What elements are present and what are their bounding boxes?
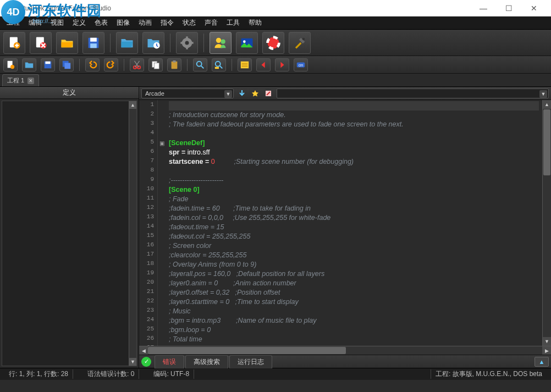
recent-folder-button[interactable] <box>142 32 164 54</box>
sidebar: 定义 ▲ ▼ <box>0 87 139 368</box>
horizontal-scrollbar[interactable]: ◀ ▶ <box>139 346 551 355</box>
svg-rect-26 <box>64 63 70 69</box>
open-folder-button[interactable] <box>116 32 138 54</box>
undo-button[interactable] <box>85 58 100 71</box>
image-button[interactable] <box>236 32 258 54</box>
close-button[interactable]: ✕ <box>521 0 547 16</box>
redo-button[interactable] <box>104 58 118 71</box>
menu-3[interactable]: 定义 <box>68 17 90 29</box>
open-file-button[interactable] <box>56 32 78 54</box>
menu-8[interactable]: 状态 <box>178 17 200 29</box>
mode-combo[interactable]: Arcade ▼ <box>141 89 234 98</box>
document-tab[interactable]: 工程 1 ✕ <box>2 74 39 86</box>
bottom-tab-search[interactable]: 高级搜索 <box>185 355 228 368</box>
svg-rect-5 <box>90 38 97 42</box>
document-tabs: 工程 1 ✕ <box>0 74 551 87</box>
tools-button[interactable] <box>289 32 311 54</box>
svg-point-14 <box>216 38 221 43</box>
scroll-thumb[interactable] <box>543 109 550 175</box>
mode-combo-value: Arcade <box>145 90 164 97</box>
titlebar: 4D 河东软件园 http://... VirtualTek Fighter F… <box>0 0 551 16</box>
scroll-down-icon[interactable]: ▼ <box>543 337 551 346</box>
sidebar-scrollbar[interactable]: ▲ ▼ <box>129 101 136 366</box>
new-file-button[interactable] <box>3 32 25 54</box>
next-button[interactable] <box>275 58 289 71</box>
find-button[interactable] <box>193 58 207 71</box>
vertical-scrollbar[interactable]: ▲ ▼ <box>542 100 551 346</box>
minimize-button[interactable]: — <box>471 0 496 16</box>
svg-point-35 <box>216 62 221 67</box>
panel-up-button[interactable]: ▲ <box>535 357 549 367</box>
scroll-right-icon[interactable]: ▶ <box>542 346 551 355</box>
svg-line-34 <box>201 66 204 69</box>
fold-column: ▣ <box>158 100 166 346</box>
edit-icon[interactable] <box>263 89 273 98</box>
svg-point-33 <box>197 62 202 67</box>
save-all-button[interactable] <box>59 58 74 71</box>
menu-4[interactable]: 色表 <box>90 17 112 29</box>
svg-point-9 <box>185 41 189 45</box>
menu-11[interactable]: 帮助 <box>244 17 266 29</box>
menu-2[interactable]: 视图 <box>46 17 68 29</box>
folder-small-button[interactable] <box>22 58 36 71</box>
scroll-up-icon[interactable]: ▲ <box>129 101 136 109</box>
editor-topbar: Arcade ▼ ▼ <box>139 87 551 100</box>
svg-rect-6 <box>90 43 97 48</box>
save-small-button[interactable] <box>41 58 55 71</box>
delete-file-button[interactable] <box>30 32 52 54</box>
chevron-down-icon: ▼ <box>224 90 232 98</box>
maximize-button[interactable]: ☐ <box>496 0 521 16</box>
paste-button[interactable] <box>167 58 181 71</box>
help-button[interactable] <box>262 32 284 54</box>
status-project: 工程: 故事版, M.U.G.E.N., DOS beta <box>431 369 547 379</box>
list-button[interactable] <box>238 58 252 71</box>
menu-10[interactable]: 工具 <box>222 17 244 29</box>
menu-7[interactable]: 指令 <box>156 17 178 29</box>
scroll-down-icon[interactable]: ▼ <box>129 358 136 366</box>
cm-button[interactable]: cm <box>294 58 308 71</box>
svg-rect-32 <box>173 60 175 63</box>
sidebar-header: 定义 <box>0 87 139 99</box>
line-gutter: 1234567891011121314151617181920212223242… <box>139 100 158 346</box>
editor-zone: Arcade ▼ ▼ 12345678910111213141516171819… <box>139 87 551 368</box>
menu-0[interactable]: 工程 <box>2 17 24 29</box>
status-syntax: 语法错误计数: 0 <box>83 369 139 379</box>
scroll-thumb[interactable] <box>148 347 346 354</box>
scroll-left-icon[interactable]: ◀ <box>139 346 148 355</box>
replace-button[interactable] <box>212 58 226 71</box>
bottom-tab-log[interactable]: 运行日志 <box>229 355 272 368</box>
svg-line-36 <box>220 66 223 69</box>
menu-9[interactable]: 声音 <box>200 17 222 29</box>
symbol-combo[interactable]: ▼ <box>277 89 549 98</box>
main-area: 定义 ▲ ▼ Arcade ▼ ▼ 1234567891011121314151… <box>0 87 551 368</box>
settings-button[interactable] <box>176 32 198 54</box>
menu-5[interactable]: 图像 <box>112 17 134 29</box>
tab-close-icon[interactable]: ✕ <box>27 78 34 84</box>
window-title: VirtualTek Fighter Factory Studio <box>15 4 111 12</box>
menu-1[interactable]: 编辑 <box>24 17 46 29</box>
statusbar: 行: 1, 列: 1, 行数: 28 语法错误计数: 0 编码: UTF-8 工… <box>0 368 551 380</box>
code-content[interactable]: ; Introduction cutscene for story mode.;… <box>166 100 542 346</box>
code-editor[interactable]: 1234567891011121314151617181920212223242… <box>139 100 551 346</box>
toolbar-main <box>0 30 551 56</box>
toolbar-secondary: cm <box>0 56 551 74</box>
scroll-up-icon[interactable]: ▲ <box>543 100 551 109</box>
menu-6[interactable]: 动画 <box>134 17 156 29</box>
new-doc-button[interactable] <box>3 58 18 71</box>
prev-button[interactable] <box>256 58 271 71</box>
copy-button[interactable] <box>148 58 163 71</box>
menubar: 工程编辑视图定义色表图像动画指令状态声音工具帮助 <box>0 16 551 30</box>
svg-text:cm: cm <box>299 63 303 67</box>
svg-point-20 <box>302 38 305 41</box>
editor-bottom-tabs: ✓ 错误 高级搜索 运行日志 ▲ <box>139 355 551 368</box>
download-icon[interactable] <box>237 89 247 98</box>
status-ok-icon: ✓ <box>141 357 151 367</box>
save-file-button[interactable] <box>82 32 104 54</box>
bottom-tab-errors[interactable]: 错误 <box>155 355 184 368</box>
users-button[interactable] <box>210 32 232 54</box>
star-icon[interactable] <box>250 89 260 98</box>
cut-button[interactable] <box>130 58 144 71</box>
svg-rect-31 <box>172 62 178 69</box>
svg-point-15 <box>221 40 225 44</box>
sidebar-tree[interactable]: ▲ ▼ <box>2 101 137 366</box>
